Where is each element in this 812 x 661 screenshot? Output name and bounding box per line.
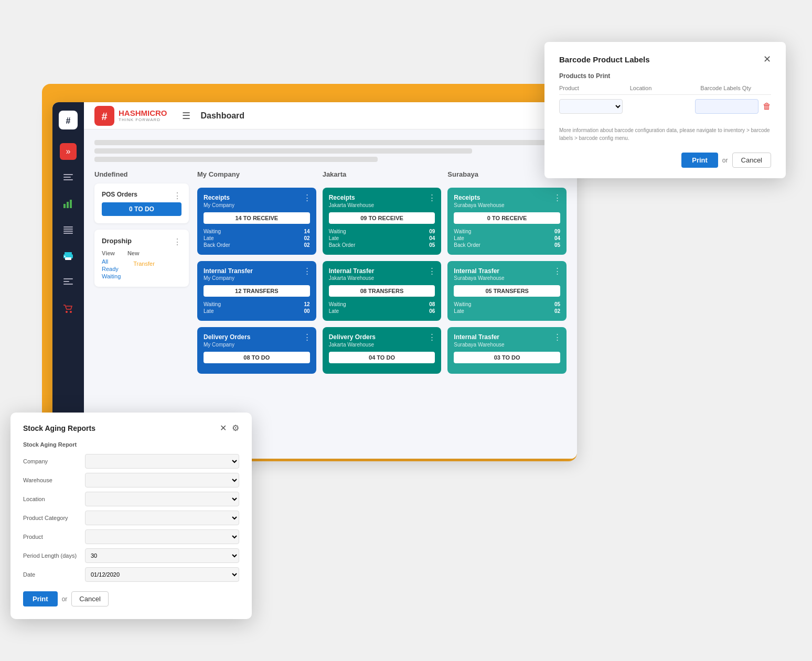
sidebar-icon-settings[interactable] (60, 274, 77, 291)
dropship-waiting-link[interactable]: Waiting (102, 273, 121, 279)
delivery-surabaya-btn[interactable]: 03 TO DO (454, 352, 560, 363)
stock-product-field: Product (23, 529, 239, 544)
svg-rect-4 (63, 179, 73, 180)
pos-orders-btn[interactable]: 0 TO DO (102, 202, 181, 216)
sidebar-icon-chart[interactable] (60, 196, 77, 212)
delivery-mycompany-menu[interactable]: ⋮ (303, 332, 311, 342)
dropship-transfer-link[interactable]: Transfer (133, 261, 155, 267)
transfer-mycompany-btn[interactable]: 12 TRANSFERS (204, 285, 310, 297)
svg-rect-17 (63, 281, 69, 282)
barcode-section-title: Products to Print (559, 72, 771, 80)
sidebar-icon-forward[interactable]: » (60, 143, 77, 160)
placeholder-row-3 (94, 157, 378, 162)
barcode-cancel-btn[interactable]: Cancel (732, 153, 771, 168)
svg-text:#: # (66, 116, 71, 125)
col-product: Product (559, 85, 626, 91)
transfer-surabaya-card: ⋮ Internal Trasfer Surabaya Warehouse 05… (447, 261, 567, 321)
stock-cancel-btn[interactable]: Cancel (71, 591, 108, 606)
dropship-links-header: View New (102, 250, 181, 256)
receipts-surabaya-card: ⋮ Receipts Surabaya Warehouse 0 TO RECEI… (447, 188, 567, 255)
logo-area: # HASHMICRO THINK FORWARD (94, 106, 167, 126)
dropship-ready-link[interactable]: Ready (102, 266, 121, 272)
undefined-column-header: Undefined (94, 170, 189, 178)
pos-orders-widget: ⋮ POS Orders 0 TO DO (94, 183, 189, 223)
logo-name: HASHMICRO (119, 109, 167, 118)
barcode-modal: Barcode Product Labels ✕ Products to Pri… (544, 42, 786, 178)
sidebar: # » (52, 102, 84, 459)
pos-orders-title: POS Orders (102, 191, 181, 198)
warehouse-select[interactable] (85, 473, 239, 487)
stock-print-btn[interactable]: Print (23, 591, 58, 606)
receipts-jakarta-stats: Waiting09 Late04 Back Order05 (329, 228, 435, 248)
top-nav: # HASHMICRO THINK FORWARD ☰ Dashboard (84, 102, 577, 129)
delivery-surabaya-sub: Surabaya Warehouse (454, 342, 560, 348)
receipts-mycompany-stats: Waiting14 Late02 Back Order02 (204, 228, 310, 248)
transfer-mycompany-card: ⋮ Internal Transfer My Company 12 TRANSF… (197, 261, 316, 321)
placeholder-row-1 (94, 140, 567, 145)
transfer-jakarta-btn[interactable]: 08 TRANSFERS (329, 285, 435, 297)
svg-rect-2 (63, 174, 73, 175)
receipts-jakarta-menu[interactable]: ⋮ (428, 193, 436, 202)
col-location: Location (630, 85, 697, 91)
delivery-jakarta-menu[interactable]: ⋮ (428, 332, 436, 342)
hamburger-menu[interactable]: ☰ (182, 110, 190, 122)
location-input[interactable] (627, 99, 690, 114)
dropship-menu[interactable]: ⋮ (173, 237, 181, 247)
sidebar-icon-print[interactable] (60, 248, 77, 265)
receipts-jakarta-btn[interactable]: 09 TO RECEIVE (329, 212, 435, 224)
svg-rect-6 (67, 202, 69, 208)
svg-point-20 (70, 311, 72, 313)
date-select[interactable]: 01/12/2020 (85, 567, 239, 582)
receipts-surabaya-btn[interactable]: 0 TO RECEIVE (454, 212, 560, 224)
delete-row-btn[interactable]: 🗑 (763, 102, 771, 111)
sidebar-icon-table[interactable] (60, 222, 77, 239)
logo-text-block: HASHMICRO THINK FORWARD (119, 109, 167, 123)
period-select[interactable]: 30 (85, 548, 239, 563)
dropship-all-link[interactable]: All (102, 258, 121, 265)
barcode-info-text: More information about barcode configura… (559, 126, 771, 142)
category-label: Product Category (23, 515, 81, 521)
receipts-mycompany-menu[interactable]: ⋮ (303, 193, 311, 202)
transfer-surabaya-menu[interactable]: ⋮ (553, 266, 561, 276)
transfer-surabaya-title: Internal Trasfer (454, 267, 560, 276)
barcode-modal-footer: Print or Cancel (559, 153, 771, 168)
dashboard-content: Undefined ⋮ POS Orders 0 TO DO ⋮ Dropshi… (84, 129, 577, 459)
delivery-mycompany-card: ⋮ Delivery Orders My Company 08 TO DO (197, 327, 316, 374)
receipts-surabaya-menu[interactable]: ⋮ (553, 193, 561, 202)
receipts-mycompany-btn[interactable]: 14 TO RECEIVE (204, 212, 310, 224)
svg-text:#: # (101, 111, 107, 122)
stock-modal-header: Stock Aging Reports ✕ ⚙ (23, 423, 239, 433)
delivery-jakarta-btn[interactable]: 04 TO DO (329, 352, 435, 363)
receipts-surabaya-sub: Surabaya Warehouse (454, 202, 560, 208)
transfer-jakarta-menu[interactable]: ⋮ (428, 266, 436, 276)
sidebar-icon-list[interactable] (60, 169, 77, 186)
barcode-modal-close[interactable]: ✕ (763, 55, 771, 64)
transfer-mycompany-menu[interactable]: ⋮ (303, 266, 311, 276)
stock-or-text: or (62, 595, 68, 603)
svg-rect-7 (70, 200, 72, 208)
company-select[interactable] (85, 454, 239, 469)
stock-location-field: Location (23, 492, 239, 506)
receipts-mycompany-card: ⋮ Receipts My Company 14 TO RECEIVE Wait… (197, 188, 316, 255)
receipts-mycompany-title: Receipts (204, 194, 310, 202)
svg-rect-18 (63, 284, 73, 285)
receipts-mycompany-sub: My Company (204, 202, 310, 208)
barcode-modal-title: Barcode Product Labels (559, 55, 650, 64)
product-select-stock[interactable] (85, 529, 239, 544)
barcode-qty-input[interactable] (695, 99, 758, 114)
product-select[interactable] (559, 99, 623, 114)
receipts-jakarta-card: ⋮ Receipts Jakarta Warehouse 09 TO RECEI… (323, 188, 442, 255)
main-content: # HASHMICRO THINK FORWARD ☰ Dashboard (84, 102, 577, 459)
stock-settings-icon[interactable]: ⚙ (232, 423, 239, 433)
pos-orders-menu[interactable]: ⋮ (173, 191, 181, 201)
location-select[interactable] (85, 492, 239, 506)
receipts-surabaya-stats: Waiting09 Late04 Back Order05 (454, 228, 560, 248)
sidebar-icon-cart[interactable] (60, 300, 77, 317)
transfer-surabaya-btn[interactable]: 05 TRANSFERS (454, 285, 560, 297)
stock-close-icon[interactable]: ✕ (220, 423, 227, 433)
jakarta-header: Jakarta (323, 170, 442, 178)
delivery-surabaya-menu[interactable]: ⋮ (553, 332, 561, 342)
delivery-mycompany-btn[interactable]: 08 TO DO (204, 352, 310, 363)
barcode-print-btn[interactable]: Print (681, 153, 718, 168)
category-select[interactable] (85, 511, 239, 525)
